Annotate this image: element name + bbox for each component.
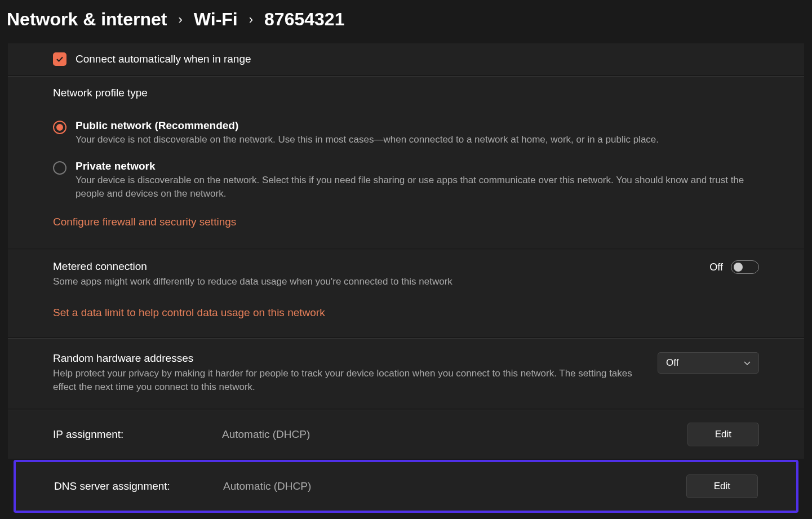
- random-hardware-dropdown[interactable]: Off: [658, 352, 759, 374]
- network-profile-title: Network profile type: [53, 87, 759, 99]
- public-network-radio[interactable]: [53, 121, 66, 134]
- private-network-title: Private network: [76, 160, 759, 172]
- ip-edit-button[interactable]: Edit: [687, 423, 759, 446]
- ip-assignment-value: Automatic (DHCP): [222, 428, 310, 441]
- connect-automatically-checkbox[interactable]: [53, 52, 66, 66]
- breadcrumb-network[interactable]: Network & internet: [7, 9, 167, 30]
- private-network-desc: Your device is discoverable on the netwo…: [76, 174, 759, 201]
- dns-edit-button[interactable]: Edit: [686, 474, 758, 498]
- breadcrumb: Network & internet › Wi-Fi › 87654321: [0, 0, 812, 43]
- metered-state-label: Off: [709, 261, 723, 273]
- chevron-right-icon: ›: [249, 12, 253, 27]
- connect-automatically-label: Connect automatically when in range: [76, 53, 251, 65]
- ip-assignment-label: IP assignment:: [53, 428, 222, 441]
- auto-connect-section: Connect automatically when in range: [8, 43, 804, 75]
- breadcrumb-ssid: 87654321: [264, 9, 344, 30]
- random-hardware-desc: Help protect your privacy by making it h…: [53, 367, 635, 394]
- public-network-title: Public network (Recommended): [76, 119, 759, 132]
- firewall-settings-link[interactable]: Configure firewall and security settings: [53, 216, 236, 228]
- private-network-option[interactable]: Private network Your device is discovera…: [53, 160, 759, 201]
- dropdown-value: Off: [666, 357, 678, 369]
- dns-assignment-row: DNS server assignment: Automatic (DHCP) …: [14, 460, 798, 513]
- private-network-radio[interactable]: [53, 161, 66, 175]
- checkmark-icon: [55, 55, 64, 64]
- metered-connection-section: Metered connection Some apps might work …: [8, 250, 804, 337]
- chevron-right-icon: ›: [178, 12, 182, 27]
- random-hardware-section: Random hardware addresses Help protect y…: [8, 338, 804, 409]
- ip-assignment-row: IP assignment: Automatic (DHCP) Edit: [8, 410, 804, 459]
- network-profile-section: Network profile type Public network (Rec…: [8, 76, 804, 249]
- public-network-desc: Your device is not discoverable on the n…: [76, 133, 759, 147]
- dns-assignment-label: DNS server assignment:: [54, 480, 223, 493]
- metered-toggle[interactable]: [731, 260, 759, 274]
- public-network-option[interactable]: Public network (Recommended) Your device…: [53, 119, 759, 147]
- random-hardware-title: Random hardware addresses: [53, 352, 635, 365]
- radio-group: Public network (Recommended) Your device…: [53, 119, 759, 200]
- breadcrumb-wifi[interactable]: Wi-Fi: [194, 9, 238, 30]
- metered-desc: Some apps might work differently to redu…: [53, 275, 687, 289]
- data-limit-link[interactable]: Set a data limit to help control data us…: [53, 307, 325, 319]
- toggle-knob: [734, 263, 743, 272]
- chevron-down-icon: [744, 357, 751, 369]
- dns-assignment-value: Automatic (DHCP): [223, 480, 311, 493]
- metered-title: Metered connection: [53, 260, 687, 273]
